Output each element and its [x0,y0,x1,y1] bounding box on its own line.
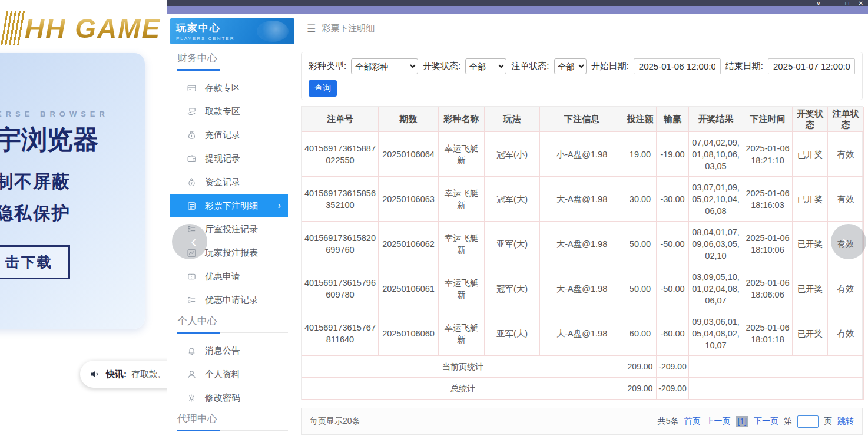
cell: 07,04,02,09,01,08,10,06,03,05 [689,132,743,177]
jump-link[interactable]: 跳转 [837,416,854,427]
lottery-type-label: 彩种类型: [309,61,346,72]
hamburger-icon[interactable]: ☰ [307,22,316,35]
sidebar-item-label: 修改密码 [205,392,240,404]
user-icon [187,369,197,379]
cell: 401569173615767811640 [302,311,379,356]
cell: 08,04,01,07,09,06,03,05,02,10 [689,222,743,266]
sidebar-item-label: 充值记录 [205,130,240,141]
cell: 2025-01-06 18:21:10 [743,132,793,177]
sidebar-item-gear[interactable]: 修改密码 [170,386,288,410]
sidebar-item-coin-purse[interactable]: 资金记录 [170,170,288,194]
column-header: 期数 [379,107,439,132]
sidebar-item-money-bag[interactable]: 充值记录 [170,123,288,147]
cell: 大-A盘@1.98 [540,311,624,356]
sidebar-subtitle: PLAYERS CENTER [176,36,289,41]
cell: 幸运飞艇新 [439,311,485,356]
order-status-select[interactable]: 全部 [554,58,587,74]
cell: 20250106061 [379,266,439,311]
end-date-input[interactable] [768,58,855,74]
cell: -50.00 [657,266,689,311]
download-button[interactable]: 击下载 [0,245,70,279]
cell: 2025-01-06 18:10:06 [743,222,793,266]
coupon-icon [187,272,197,282]
cell: 2025-01-06 18:16:03 [743,177,793,222]
start-date-input[interactable] [634,58,721,74]
sidebar-section-label: 财务中心 [177,51,288,65]
table-row: 40156917361588702255020250106064幸运飞艇新冠军(… [302,132,864,177]
sidebar-item-label: 消息公告 [205,345,240,357]
cell: 50.00 [624,222,657,266]
lottery-type-select[interactable]: 全部彩种 [351,58,418,74]
table-body: 40156917361588702255020250106064幸运飞艇新冠军(… [302,132,864,356]
cell: 大-A盘@1.98 [540,222,624,266]
cell: 幸运飞艇新 [439,222,485,266]
summary-bet: 209.00 [624,356,657,378]
page-top-strip [167,6,868,14]
order-status-label: 注单状态: [511,61,549,72]
section-underline [177,69,288,70]
draw-status-select[interactable]: 全部 [465,58,506,74]
coin-purse-icon [187,177,197,187]
screen: HH GAME ERSE BROWSER 宇浏览器 制不屏蔽 隐私保护 击下载 … [0,0,868,439]
column-header: 玩法 [485,107,540,132]
cell: -19.00 [657,132,689,177]
next-page-link[interactable]: 下一页 [754,416,778,427]
collapse-panel-button[interactable]: ‹ [172,224,207,259]
cell: -60.00 [657,311,689,356]
cell: 冠军(大) [485,266,540,311]
cell: 20250106063 [379,177,439,222]
sidebar-section-label: 代理中心 [177,412,288,426]
bank-card-icon [187,83,197,93]
cell: 401569173615796609780 [302,266,379,311]
banner-line2: 隐私保护 [0,202,71,226]
sidebar-item-label: 存款专区 [205,82,240,94]
current-page-badge: [1] [736,416,748,427]
cell: 有效 [828,132,864,177]
cell: 大-A盘@1.98 [540,177,624,222]
ticker-text: 存取款, [131,369,160,380]
sidebar-item-bell[interactable]: 消息公告 [170,339,288,362]
bell-icon [187,346,197,356]
column-header: 输赢 [657,107,689,132]
table-row: 40156917361579660978020250106061幸运飞艇新冠军(… [302,266,864,311]
prev-page-link[interactable]: 上一页 [705,416,730,427]
jump-page-input[interactable] [797,415,819,428]
filter-bar: 彩种类型: 全部彩种 开奖状态: 全部 注单状态: 全部 开始日期: 结束日期:… [301,52,863,100]
sidebar-item-document[interactable]: 彩票下注明细› [170,194,288,217]
window-close-icon[interactable]: ✕ [859,1,863,6]
cell: 冠军(小) [485,132,540,177]
cell: 有效 [828,177,864,222]
window-maximize-icon[interactable]: □ [846,1,849,6]
cell: 60.00 [624,311,657,356]
sidebar-item-list[interactable]: 优惠申请记录 [170,288,288,312]
cell: 09,03,06,01,05,04,08,02,10,07 [689,311,743,356]
breadcrumb: 彩票下注明细 [322,23,375,34]
sidebar-section-header: 代理中心 [170,412,288,431]
sidebar-item-label: 彩票下注明细 [205,200,258,212]
expand-panel-button[interactable]: › [831,224,866,259]
bets-table: 注单号期数彩种名称玩法下注信息投注额输赢开奖结果下注时间开奖状态注单状态 401… [301,106,863,400]
query-button[interactable]: 查询 [309,80,337,97]
sidebar-item-withdraw-hand[interactable]: 取款专区 [170,100,288,123]
sidebar-item-label: 提现记录 [205,153,240,164]
section-underline [177,430,288,431]
cell: -30.00 [657,177,689,222]
sidebar-header: 玩家中心 PLAYERS CENTER [170,18,294,44]
window-minimize-icon[interactable]: — [830,1,836,6]
cell: 幸运飞艇新 [439,132,485,177]
cell: 大-A盘@1.98 [540,266,624,311]
sidebar-item-bank-card[interactable]: 存款专区 [170,76,288,100]
column-header: 注单号 [302,107,379,132]
sidebar-item-wallet[interactable]: 提现记录 [170,147,288,170]
sidebar-item-user[interactable]: 个人资料 [170,362,288,386]
first-page-link[interactable]: 首页 [684,416,700,427]
window-dropdown-icon[interactable]: ∨ [816,1,820,6]
sidebar-item-label: 资金记录 [205,177,240,188]
cell: 03,07,01,09,05,02,10,04,06,08 [689,177,743,222]
cell: -50.00 [657,222,689,266]
sidebar-item-coupon[interactable]: 优惠申请 [170,265,288,288]
ticker-label: 快讯: [106,369,127,380]
banner-eyebrow: ERSE BROWSER [0,110,109,118]
chevron-right-icon: › [278,200,281,211]
speaker-icon [90,368,101,380]
